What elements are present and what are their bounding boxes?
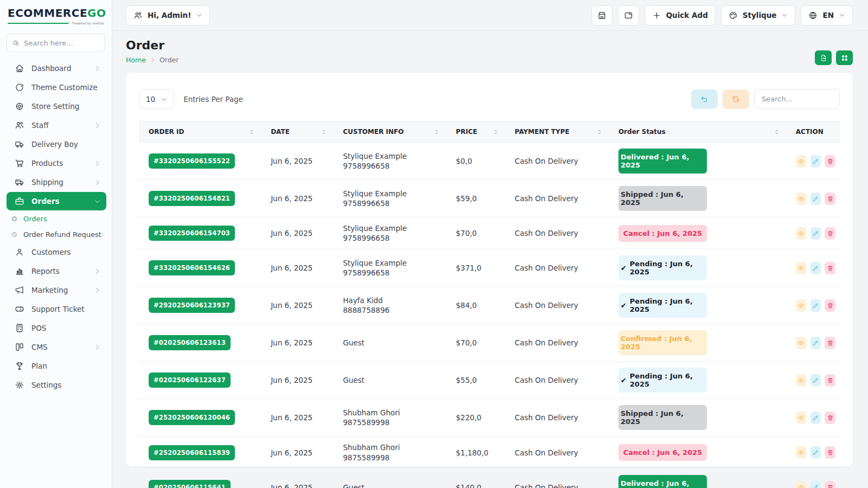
sidebar-subitem-order-refund-request[interactable]: Order Refund Request [7,227,106,242]
delete-order-button[interactable] [825,446,835,459]
order-id-badge[interactable]: #3320250606155522 [149,153,235,169]
sort-icon[interactable] [248,129,256,136]
sidebar-item-staff[interactable]: Staff [7,116,106,134]
sidebar-item-customers[interactable]: Customers [7,243,106,261]
order-status-badge[interactable]: Confirmed : Jun 6, 2025 [618,330,707,355]
status-label: Shipped : Jun 6, 2025 [621,409,705,426]
column-header-price[interactable]: PRICE [451,121,510,143]
sidebar-item-dashboard[interactable]: Dashboard [7,59,106,78]
sidebar-item-theme-customize[interactable]: Theme Customize [7,78,106,97]
grid-view-button[interactable] [836,50,853,65]
column-header-status[interactable]: Order Status [614,121,792,143]
delete-order-button[interactable] [825,481,835,488]
sidebar-item-support-ticket[interactable]: Support Ticket [7,300,106,318]
customer-phone: 9875589998 [343,453,447,463]
card-button[interactable] [618,5,639,25]
edit-order-button[interactable] [810,481,821,488]
order-id-badge[interactable]: #020250606122637 [149,373,231,388]
delete-order-button[interactable] [825,412,835,424]
brand-logo[interactable]: ECOMMERCEGO Powered by workdo [0,0,112,28]
breadcrumb-home-link[interactable]: Home [126,56,146,64]
view-order-button[interactable] [796,155,807,168]
sort-icon[interactable] [774,129,781,136]
view-order-button[interactable] [796,227,807,240]
order-id-badge[interactable]: #2520250606120046 [149,410,235,425]
column-header-date[interactable]: DATE [266,121,339,143]
entries-per-page-select[interactable]: 10 [139,89,174,109]
edit-order-button[interactable] [810,192,821,205]
order-status-badge[interactable]: Cancel : Jun 6, 2025 [618,444,707,461]
delete-order-button[interactable] [825,227,835,240]
sidebar-search[interactable] [7,34,105,52]
language-selector[interactable]: EN [801,5,853,25]
sidebar-item-marketing[interactable]: Marketing [7,281,106,299]
order-status-badge[interactable]: Delivered : Jun 6, 2025 [618,475,707,488]
customer-name: Shubham Ghori [343,442,447,452]
order-status-badge[interactable]: ✔Pending : Jun 6, 2025 [618,255,707,280]
column-header-id[interactable]: ORDER ID [139,121,266,143]
view-order-button[interactable] [796,446,807,459]
edit-order-button[interactable] [810,337,821,349]
sidebar-item-orders[interactable]: Orders [7,192,106,210]
sidebar-item-plan[interactable]: Plan [7,357,106,375]
sort-icon[interactable] [321,129,328,136]
sidebar-item-settings[interactable]: Settings [7,376,106,394]
column-header-customer[interactable]: CUSTOMER INFO [339,121,451,143]
delete-order-button[interactable] [825,262,835,274]
delete-order-button[interactable] [825,374,835,387]
edit-order-button[interactable] [810,155,821,168]
quick-add-button[interactable]: Quick Add [644,5,716,25]
order-id-badge[interactable]: #2520250606115839 [149,445,235,460]
view-order-button[interactable] [796,481,807,488]
order-id-badge[interactable]: #3320250606154626 [149,260,235,275]
view-order-button[interactable] [796,299,807,312]
order-status-badge[interactable]: Shipped : Jun 6, 2025 [618,405,707,430]
sort-icon[interactable] [493,129,500,136]
order-id-badge[interactable]: #3320250606154821 [149,191,235,206]
sidebar-item-shipping[interactable]: Shipping [7,173,106,191]
edit-order-button[interactable] [810,374,821,387]
delete-order-button[interactable] [825,337,835,349]
edit-order-button[interactable] [810,262,821,274]
order-id-badge[interactable]: #3320250606154703 [149,226,235,241]
edit-order-button[interactable] [810,412,821,424]
delete-order-button[interactable] [825,299,835,312]
sort-icon[interactable] [596,129,603,136]
edit-order-button[interactable] [810,227,821,240]
admin-menu-button[interactable]: Hi, Admin! [126,5,210,25]
order-status-badge[interactable]: Delivered : Jun 6, 2025 [618,149,707,174]
edit-order-button[interactable] [810,446,821,459]
view-order-button[interactable] [796,262,807,274]
delete-order-button[interactable] [825,192,835,205]
sort-icon[interactable] [433,129,441,136]
theme-selector[interactable]: Stylique [721,5,796,25]
sidebar-subitem-orders[interactable]: Orders [7,211,106,226]
refresh-button[interactable] [723,89,749,109]
sidebar-search-input[interactable] [24,39,99,47]
order-id-badge[interactable]: #020250606115641 [149,480,231,488]
order-status-badge[interactable]: Cancel : Jun 6, 2025 [618,225,707,242]
sidebar-item-cms[interactable]: CMS [7,338,106,356]
view-order-button[interactable] [796,374,807,387]
order-id-badge[interactable]: #020250606123613 [149,335,231,350]
view-order-button[interactable] [796,192,807,205]
order-status-badge[interactable]: Shipped : Jun 6, 2025 [618,186,707,211]
view-order-button[interactable] [796,337,807,349]
sidebar-item-products[interactable]: Products [7,154,106,172]
sidebar-item-pos[interactable]: POS [7,319,106,337]
edit-order-button[interactable] [810,299,821,312]
order-status-badge[interactable]: ✔Pending : Jun 6, 2025 [618,368,707,393]
undo-button[interactable] [691,89,718,109]
delete-order-button[interactable] [825,155,835,168]
table-search-input[interactable] [754,89,840,109]
sidebar-item-reports[interactable]: Reports [7,262,106,280]
order-status-badge[interactable]: ✔Pending : Jun 6, 2025 [618,293,707,318]
sidebar-item-store-setting[interactable]: Store Setting [7,97,106,115]
view-order-button[interactable] [796,412,807,424]
users-icon [133,11,143,20]
order-id-badge[interactable]: #2920250606123937 [149,298,235,313]
export-button[interactable] [815,50,832,65]
storefront-button[interactable] [591,5,612,25]
column-header-payment[interactable]: PAYMENT TYPE [510,121,614,143]
sidebar-item-delivery-boy[interactable]: Delivery Boy [7,135,106,153]
